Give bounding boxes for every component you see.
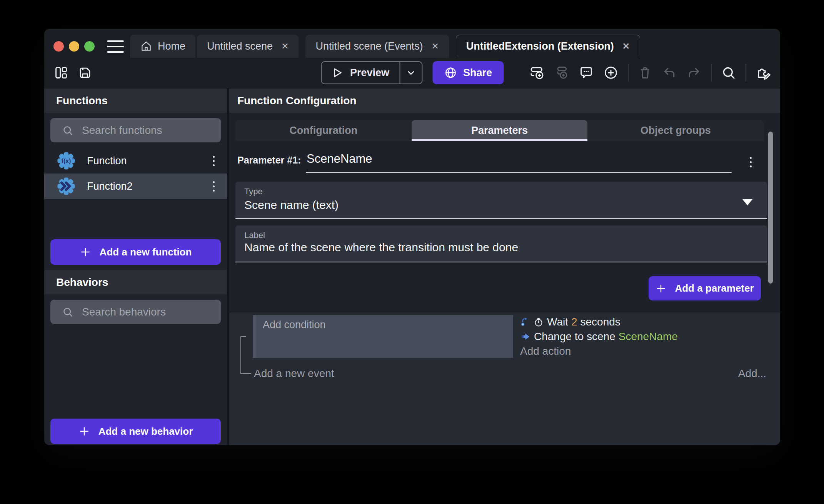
event-tree-bracket-tick	[240, 336, 246, 337]
tab-parameters[interactable]: Parameters	[412, 120, 588, 141]
add-action-label: Add action	[520, 345, 571, 357]
event-grip[interactable]	[253, 315, 256, 358]
action-value: 2	[571, 316, 577, 328]
search-functions-field[interactable]	[50, 118, 221, 142]
save-icon[interactable]	[78, 65, 92, 80]
preview-options-button[interactable]	[399, 62, 422, 83]
close-window-button[interactable]	[53, 41, 64, 52]
behaviors-header: Behaviors	[44, 270, 227, 294]
project-manager-icon[interactable]	[54, 65, 68, 80]
search-icon	[62, 125, 73, 136]
add-event-icon[interactable]	[529, 65, 545, 80]
add-subevent-icon[interactable]	[554, 65, 569, 80]
parameter-label-input[interactable]	[244, 241, 737, 254]
close-tab-icon[interactable]: ✕	[622, 41, 630, 52]
search-functions-input[interactable]	[82, 124, 221, 137]
events-sheet: Add condition Wait 2 seconds	[229, 312, 780, 445]
minimize-window-button[interactable]	[69, 41, 79, 52]
add-anything-icon[interactable]	[603, 65, 619, 80]
function-list-item-selected[interactable]: Function2	[44, 174, 227, 199]
function-options-icon[interactable]	[210, 178, 218, 195]
tab-untitled-scene-events[interactable]: Untitled scene (Events) ✕	[305, 35, 449, 58]
add-behavior-button[interactable]: Add a new behavior	[50, 419, 221, 444]
tab-label: UntitledExtension (Extension)	[466, 40, 614, 52]
add-action-link[interactable]: Add action	[520, 345, 678, 358]
active-tab-underline	[412, 139, 588, 141]
action-text: Change to scene	[534, 330, 615, 343]
event-conditions-area[interactable]: Add condition	[256, 315, 513, 358]
add-new-event-link[interactable]: Add a new event	[254, 367, 334, 380]
plus-icon	[80, 246, 91, 258]
parameter-label-field[interactable]: Label	[235, 225, 767, 262]
parameter-type-select[interactable]: Type Scene name (text)	[235, 182, 767, 219]
function-action-gear-icon	[57, 177, 75, 195]
tab-label: Object groups	[641, 125, 711, 137]
search-behaviors-field[interactable]	[50, 300, 221, 324]
plus-icon	[656, 283, 666, 294]
edit-extension-icon[interactable]	[756, 65, 772, 81]
desktop: Home Untitled scene ✕ Untitled scene (Ev…	[0, 0, 824, 504]
maximize-window-button[interactable]	[84, 41, 95, 52]
add-behavior-label: Add a new behavior	[98, 426, 193, 437]
parameter-index-label: Parameter #1:	[237, 155, 301, 166]
parameter-name-input[interactable]	[306, 148, 732, 173]
event-tree-bracket	[240, 336, 251, 374]
add-function-label: Add a new function	[100, 246, 192, 258]
wait-action-row[interactable]: Wait 2 seconds	[520, 315, 678, 329]
delete-icon[interactable]	[638, 65, 652, 80]
action-scene-name: SceneName	[619, 330, 678, 343]
type-value: Scene name (text)	[244, 199, 339, 212]
scrollbar-thumb[interactable]	[768, 132, 773, 284]
function-name: Function	[87, 155, 210, 167]
dropdown-caret-icon	[742, 199, 752, 205]
change-scene-action-row[interactable]: Change to scene SceneName	[520, 330, 678, 343]
parameter-options-icon[interactable]	[747, 154, 755, 170]
home-icon	[140, 40, 152, 52]
search-icon	[62, 306, 73, 318]
comment-icon[interactable]	[579, 65, 594, 80]
add-more-link[interactable]: Add...	[738, 367, 766, 380]
tab-untitled-scene[interactable]: Untitled scene ✕	[197, 35, 299, 58]
close-tab-icon[interactable]: ✕	[281, 41, 289, 52]
function-list-item[interactable]: f(x) Function	[44, 148, 227, 174]
label-label: Label	[244, 230, 265, 240]
add-parameter-button[interactable]: Add a parameter	[649, 276, 761, 300]
svg-text:f(x): f(x)	[62, 158, 71, 164]
action-text: seconds	[580, 316, 621, 328]
search-behaviors-input[interactable]	[82, 306, 221, 318]
event-actions-area: Wait 2 seconds Change to scene SceneName	[520, 315, 678, 358]
tab-bar: Home Untitled scene ✕ Untitled scene (Ev…	[130, 35, 640, 58]
plus-icon	[78, 426, 90, 437]
share-button[interactable]: Share	[432, 61, 504, 84]
function-configuration-panel: Function Configuration Configuration Par…	[229, 88, 780, 445]
search-events-icon[interactable]	[721, 65, 736, 80]
close-tab-icon[interactable]: ✕	[432, 41, 439, 52]
tab-label: Configuration	[289, 125, 357, 137]
titlebar: Home Untitled scene ✕ Untitled scene (Ev…	[44, 29, 780, 58]
tab-label: Parameters	[471, 125, 528, 137]
function-gear-icon: f(x)	[57, 152, 75, 170]
tab-home[interactable]: Home	[130, 35, 195, 58]
preview-button-label: Preview	[350, 67, 389, 79]
panel-title: Function Configuration	[237, 95, 357, 107]
tab-object-groups[interactable]: Object groups	[587, 120, 764, 141]
redo-icon[interactable]	[686, 65, 702, 80]
functions-title: Functions	[56, 95, 108, 107]
tab-configuration[interactable]: Configuration	[235, 120, 412, 141]
play-icon	[331, 67, 343, 79]
toolbar: Preview Share	[44, 58, 780, 88]
tab-untitled-extension[interactable]: UntitledExtension (Extension) ✕	[456, 35, 640, 58]
add-parameter-label: Add a parameter	[675, 282, 754, 294]
app-window: Home Untitled scene ✕ Untitled scene (Ev…	[44, 29, 780, 445]
configuration-tab-bar: Configuration Parameters Object groups	[235, 120, 764, 141]
preview-button[interactable]: Preview	[321, 61, 422, 84]
undo-icon[interactable]	[662, 65, 677, 80]
async-icon	[520, 317, 530, 327]
add-condition-link[interactable]: Add condition	[263, 319, 326, 331]
function-options-icon[interactable]	[210, 153, 218, 169]
function-configuration-header: Function Configuration	[229, 88, 780, 113]
workspace: Functions f(x) Function	[44, 88, 780, 445]
function-name: Function2	[87, 180, 210, 192]
add-function-button[interactable]: Add a new function	[50, 239, 221, 265]
menu-icon[interactable]	[107, 40, 124, 53]
